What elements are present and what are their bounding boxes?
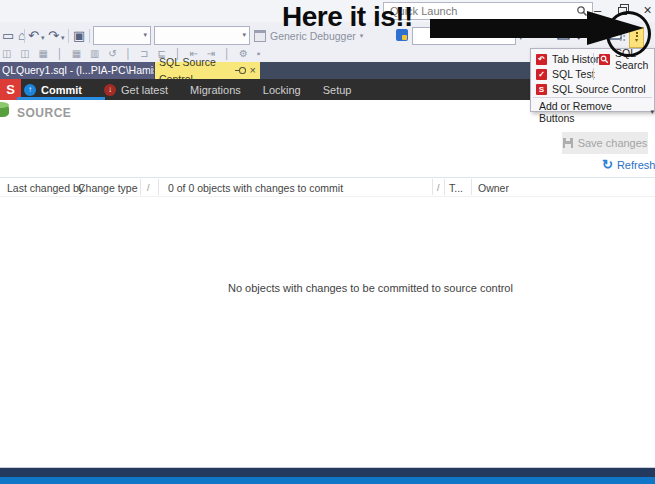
flyout-item-sql-source-control[interactable]: S SQL Source Control: [531, 82, 646, 96]
quick-launch-placeholder: Quick Launch: [390, 5, 576, 17]
pin-icon[interactable]: [239, 67, 245, 74]
ribbon-tab-locking[interactable]: Locking: [263, 84, 301, 96]
redo-button[interactable]: ↷: [48, 27, 59, 44]
tab-sqlquery[interactable]: QLQuery1.sql - (l...PIA-PC\Hamish (62))*: [0, 62, 154, 79]
save-changes-button[interactable]: Save changes: [562, 132, 648, 154]
column-divider: [432, 179, 433, 195]
flyout-divider: [533, 97, 652, 98]
database-icon: [0, 104, 9, 117]
ssms-window: Quick Launch – × ▭ ⌂ ↶ ▾ ↷ ▾ ▣ ▾ ▾ Gene: [0, 0, 655, 484]
toolbar-separator: [89, 29, 90, 43]
empty-grid-message: No objects with changes to be committed …: [228, 282, 513, 294]
sql-test-label: SQL Test: [552, 68, 595, 80]
column-divider: [140, 179, 141, 195]
chevron-down-icon: ▾: [650, 108, 654, 116]
refresh-icon: ↻: [602, 159, 613, 171]
column-divider: [158, 179, 159, 195]
commit-arrow-icon: ↑: [24, 84, 36, 96]
ribbon-tab-commit[interactable]: ↑ Commit: [24, 84, 82, 96]
bottom-navy-bar: [0, 468, 655, 477]
annotation-arrow-body: [430, 19, 588, 38]
tab-close-icon[interactable]: ×: [250, 62, 256, 79]
sql-source-control-label: SQL Source Control: [552, 83, 646, 95]
sql-test-icon: ✓: [536, 69, 547, 80]
column-header-objects-count[interactable]: 0 of 0 objects with changes to commit: [168, 182, 343, 194]
active-tab-underline: [17, 97, 105, 100]
refresh-label: Refresh: [617, 159, 655, 171]
bottom-blue-bar: [0, 477, 655, 484]
save-icon: [563, 138, 573, 148]
column-header-change-type[interactable]: Change type: [78, 182, 138, 194]
history-box-icon[interactable]: ▣: [73, 27, 85, 44]
grid-top-border: [0, 177, 655, 178]
tab-history-icon: ↶: [536, 54, 547, 65]
column-header-type[interactable]: T...: [449, 182, 463, 194]
flyout-separator: [593, 68, 594, 80]
toolbar-separator: [24, 29, 25, 43]
add-remove-label: Add or Remove Buttons: [539, 100, 646, 124]
annotation-text: Here it is!!: [282, 1, 413, 33]
debugger-window-icon: [254, 30, 266, 42]
sql-search-icon: [599, 54, 610, 65]
quick-launch-input[interactable]: Quick Launch: [383, 2, 593, 20]
annotation-circle: [606, 11, 651, 57]
grid-header-border: [0, 196, 655, 197]
flyout-item-sql-test[interactable]: ✓ SQL Test: [531, 67, 595, 81]
tab-sql-source-control[interactable]: SQL Source Control ×: [155, 62, 260, 79]
commit-label: Commit: [41, 84, 82, 96]
undo-dropdown-icon[interactable]: ▾: [41, 34, 45, 42]
refresh-button[interactable]: ↻ Refresh: [602, 159, 655, 171]
sort-indicator: /: [147, 183, 150, 193]
get-latest-label: Get latest: [121, 84, 168, 96]
save-changes-label: Save changes: [578, 137, 648, 149]
source-section-title: SOURCE: [17, 106, 71, 120]
toolbar-separator: [68, 29, 69, 43]
panel-icons[interactable]: ▭ ⌂: [2, 27, 26, 44]
ribbon-tab-setup[interactable]: Setup: [323, 84, 352, 96]
sql-source-control-icon: S: [536, 84, 547, 95]
get-latest-arrow-icon: ↓: [104, 84, 116, 96]
toolbar-combobox[interactable]: ▾: [154, 26, 250, 45]
chevron-down-icon: ▾: [143, 31, 147, 39]
undo-button[interactable]: ↶: [28, 27, 39, 44]
toolbar-combobox[interactable]: ▾: [93, 26, 151, 45]
column-divider: [471, 179, 472, 195]
chevron-down-icon: ▾: [242, 31, 246, 39]
ribbon-tab-get-latest[interactable]: ↓ Get latest: [104, 84, 168, 96]
column-divider: [444, 179, 445, 195]
ribbon-tab-migrations[interactable]: Migrations: [190, 84, 241, 96]
redo-dropdown-icon[interactable]: ▾: [61, 34, 65, 42]
column-header-last-changed-by[interactable]: Last changed by: [7, 182, 84, 194]
toolbar-overflow-flyout: ↶ Tab History SQL Search ✓ SQL Test S SQ…: [530, 48, 655, 112]
sort-indicator: /: [437, 183, 440, 193]
flyout-add-remove-buttons[interactable]: Add or Remove Buttons ▾: [539, 100, 654, 124]
column-header-owner[interactable]: Owner: [478, 182, 509, 194]
